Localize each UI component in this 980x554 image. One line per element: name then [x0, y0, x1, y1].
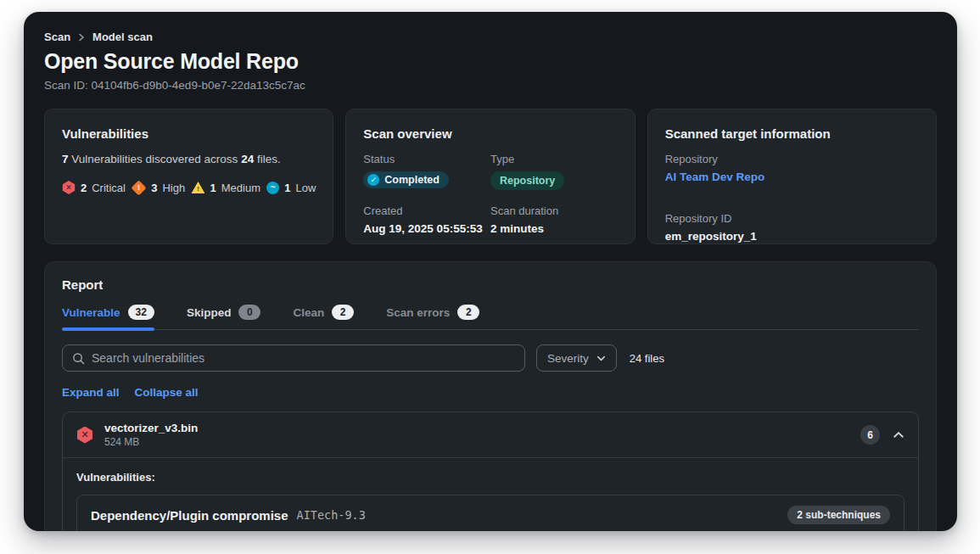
tab-clean-label: Clean	[293, 306, 324, 319]
repository-id-label: Repository ID	[665, 212, 919, 225]
high-label: High	[162, 182, 185, 194]
technique-name: Dependency/Plugin compromise	[91, 508, 288, 523]
page-header: Scan Model scan Open Source Model Repo S…	[24, 12, 957, 92]
report-card: Report Vulnerable 32 Skipped 0 Clean 2 S…	[44, 261, 937, 531]
breadcrumb-model-scan: Model scan	[92, 31, 153, 43]
vuln-files-count: 24	[241, 153, 254, 165]
file-size: 524 MB	[104, 436, 198, 448]
scan-overview-card: Scan overview Status ✓ Completed Type Re…	[345, 109, 635, 244]
scanned-target-title: Scanned target information	[665, 126, 919, 141]
app-window: Scan Model scan Open Source Model Repo S…	[24, 12, 957, 531]
tab-skipped[interactable]: Skipped 0	[187, 305, 261, 329]
files-count: 24 files	[630, 352, 664, 365]
search-row: Severity 24 files	[62, 344, 919, 372]
vuln-summary-suffix: files.	[254, 153, 281, 165]
vulnerabilities-card-title: Vulnerabilities	[62, 126, 316, 141]
file-vuln-count-badge: 6	[860, 425, 880, 445]
expand-all-link[interactable]: Expand all	[62, 386, 120, 399]
file-header[interactable]: ✕ vectorizer_v3.bin 524 MB 6	[63, 412, 918, 458]
check-circle-icon: ✓	[367, 174, 379, 186]
tab-vulnerable-label: Vulnerable	[62, 306, 120, 319]
page-title: Open Source Model Repo	[44, 49, 937, 74]
breadcrumb: Scan Model scan	[44, 31, 937, 43]
tab-skipped-label: Skipped	[187, 306, 232, 319]
medium-count: 1	[210, 182, 216, 194]
duration-field: Scan duration 2 minutes	[490, 204, 618, 235]
created-label: Created	[363, 204, 490, 217]
scan-overview-title: Scan overview	[363, 126, 617, 141]
search-box[interactable]	[62, 344, 525, 372]
high-count: 3	[151, 182, 157, 194]
file-result-card: ✕ vectorizer_v3.bin 524 MB 6 Vulnerabili…	[62, 411, 919, 531]
vulnerabilities-summary: 7 Vulnerabilities discovered across 24 f…	[62, 153, 316, 165]
critical-label: Critical	[92, 182, 126, 194]
severity-low: ~ 1 Low	[266, 182, 316, 194]
scan-overview-grid: Status ✓ Completed Type Repository Creat…	[363, 153, 617, 235]
report-tabs: Vulnerable 32 Skipped 0 Clean 2 Scan err…	[62, 305, 919, 330]
created-field: Created Aug 19, 2025 05:55:53	[363, 204, 490, 235]
tab-vulnerable[interactable]: Vulnerable 32	[62, 305, 154, 329]
type-field: Type Repository	[490, 153, 618, 190]
file-meta: vectorizer_v3.bin 524 MB	[104, 422, 198, 448]
severity-high: ! 3 High	[132, 182, 185, 194]
duration-label: Scan duration	[490, 204, 618, 217]
summary-cards-row: Vulnerabilities 7 Vulnerabilities discov…	[44, 109, 937, 244]
search-icon	[72, 352, 85, 365]
scanned-target-fields: Repository AI Team Dev Repo Repository I…	[665, 153, 919, 243]
vuln-count: 7	[62, 153, 69, 165]
severity-critical: ✕ 2 Critical	[62, 181, 126, 194]
vulnerabilities-card: Vulnerabilities 7 Vulnerabilities discov…	[44, 109, 333, 244]
expand-collapse-row: Expand all Collapse all	[62, 386, 919, 399]
chevron-right-icon	[77, 33, 86, 42]
critical-file-icon: ✕	[76, 427, 93, 444]
low-icon: ~	[266, 182, 279, 194]
status-badge: ✓ Completed	[363, 171, 449, 188]
repository-link[interactable]: AI Team Dev Repo	[665, 171, 919, 183]
critical-icon: ✕	[62, 181, 76, 194]
report-title: Report	[62, 277, 919, 292]
breadcrumb-scan[interactable]: Scan	[44, 31, 70, 43]
collapse-all-link[interactable]: Collapse all	[135, 386, 199, 399]
technique-code: AITech-9.3	[297, 508, 366, 522]
subtechniques-badge: 2 sub-techniques	[787, 506, 890, 524]
file-name: vectorizer_v3.bin	[104, 422, 198, 434]
tab-vulnerable-count: 32	[128, 305, 154, 320]
repository-id-field: Repository ID em_repository_1	[665, 212, 919, 243]
medium-icon: !	[191, 182, 204, 193]
repository-field: Repository AI Team Dev Repo	[665, 153, 919, 183]
tab-skipped-count: 0	[238, 305, 260, 320]
type-label: Type	[490, 153, 618, 165]
low-count: 1	[284, 182, 290, 194]
tab-clean-count: 2	[332, 305, 354, 320]
file-header-right: 6	[860, 425, 904, 445]
created-value: Aug 19, 2025 05:55:53	[363, 222, 490, 235]
repository-label: Repository	[665, 153, 919, 165]
tab-scan-errors-label: Scan errors	[386, 306, 450, 319]
status-label: Status	[363, 153, 490, 165]
tab-scan-errors-count: 2	[457, 305, 479, 320]
high-icon: !	[132, 180, 147, 195]
duration-value: 2 minutes	[490, 222, 618, 235]
vulnerabilities-section-label: Vulnerabilities:	[76, 471, 904, 484]
severity-medium: ! 1 Medium	[191, 182, 260, 194]
critical-count: 2	[81, 182, 87, 194]
chevron-up-icon[interactable]	[893, 429, 904, 441]
status-badge-text: Completed	[384, 174, 440, 186]
tab-clean[interactable]: Clean 2	[293, 305, 354, 329]
file-body: Vulnerabilities: Dependency/Plugin compr…	[63, 458, 918, 531]
low-label: Low	[295, 182, 316, 194]
search-input[interactable]	[92, 351, 515, 365]
technique-card: Dependency/Plugin compromise AITech-9.3 …	[76, 495, 904, 531]
vuln-summary-text: Vulnerabilities discovered across	[69, 153, 242, 165]
severity-summary-row: ✕ 2 Critical ! 3 High ! 1 Medium ~ 1	[62, 181, 316, 194]
scan-id: Scan ID: 04104fb6-d9b0-4ed9-b0e7-22da13c…	[44, 79, 937, 92]
type-badge: Repository	[490, 171, 564, 190]
tab-scan-errors[interactable]: Scan errors 2	[386, 305, 479, 329]
severity-filter-label: Severity	[547, 352, 589, 365]
status-field: Status ✓ Completed	[363, 153, 490, 190]
technique-header: Dependency/Plugin compromise AITech-9.3 …	[77, 495, 904, 531]
severity-filter[interactable]: Severity	[536, 344, 617, 372]
type-badge-text: Repository	[500, 175, 555, 187]
medium-label: Medium	[221, 182, 260, 194]
repository-id-value: em_repository_1	[665, 230, 919, 243]
